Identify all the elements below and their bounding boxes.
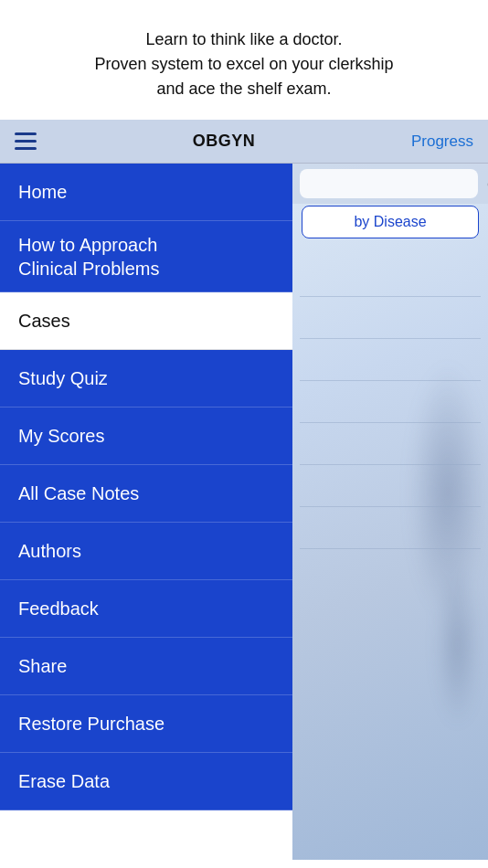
search-area: Cancel bbox=[292, 164, 488, 204]
sidebar-item-my-scores[interactable]: My Scores bbox=[0, 408, 292, 465]
background-lines bbox=[292, 255, 488, 860]
hamburger-button[interactable] bbox=[15, 132, 37, 150]
sidebar-item-share[interactable]: Share bbox=[0, 638, 292, 695]
sidebar-item-erase-data[interactable]: Erase Data bbox=[0, 753, 292, 810]
sidebar-item-home[interactable]: Home bbox=[0, 164, 292, 221]
cancel-button[interactable]: Cancel bbox=[483, 173, 488, 196]
navbar: OBGYN Progress bbox=[0, 120, 488, 164]
tagline-line2: Proven system to excel on your clerkship bbox=[94, 55, 393, 73]
tagline-line1: Learn to think like a doctor. bbox=[145, 30, 342, 48]
sidebar-item-feedback[interactable]: Feedback bbox=[0, 580, 292, 638]
navbar-title: OBGYN bbox=[193, 132, 256, 151]
sidebar-item-authors[interactable]: Authors bbox=[0, 523, 292, 580]
sidebar-item-study-quiz[interactable]: Study Quiz bbox=[0, 350, 292, 408]
tagline-line3: and ace the shelf exam. bbox=[156, 79, 331, 98]
right-panel: Cancel by Disease bbox=[292, 164, 488, 860]
tagline: Learn to think like a doctor. Proven sys… bbox=[0, 0, 488, 120]
sidebar: HomeHow to ApproachClinical ProblemsCase… bbox=[0, 164, 292, 860]
sidebar-item-restore-purchase[interactable]: Restore Purchase bbox=[0, 695, 292, 753]
sidebar-item-cases[interactable]: Cases bbox=[0, 292, 292, 350]
search-input[interactable] bbox=[300, 169, 478, 198]
progress-button[interactable]: Progress bbox=[411, 132, 473, 151]
by-disease-button[interactable]: by Disease bbox=[302, 206, 479, 238]
sidebar-item-how-to-approach[interactable]: How to ApproachClinical Problems bbox=[0, 221, 292, 292]
sidebar-item-all-case-notes[interactable]: All Case Notes bbox=[0, 465, 292, 523]
main-area: HomeHow to ApproachClinical ProblemsCase… bbox=[0, 164, 488, 860]
